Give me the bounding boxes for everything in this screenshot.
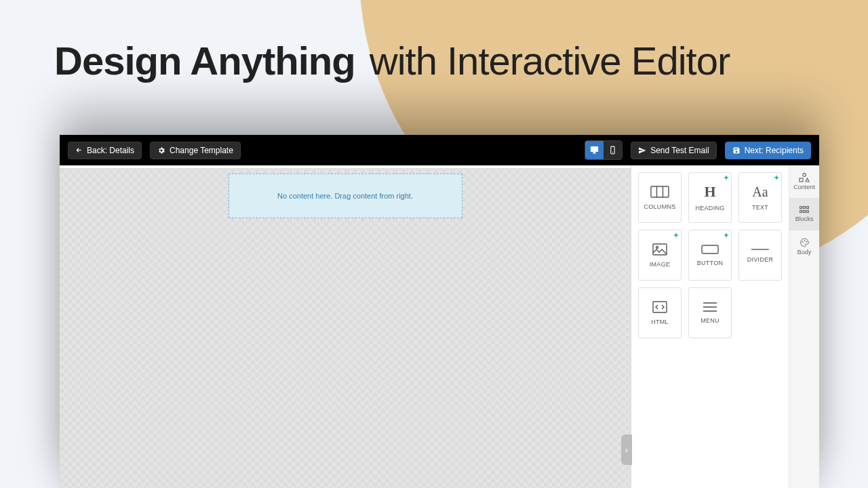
block-html[interactable]: HTML	[638, 287, 682, 338]
svg-rect-19	[804, 211, 806, 213]
html-icon	[652, 301, 667, 313]
change-template-button[interactable]: Change Template	[150, 142, 241, 159]
tab-body-label: Body	[797, 249, 812, 256]
heading-icon: H	[704, 184, 715, 199]
block-button-label: BUTTON	[697, 260, 724, 266]
columns-icon	[650, 186, 669, 198]
svg-rect-18	[800, 211, 802, 213]
block-button[interactable]: BUTTON	[688, 230, 732, 281]
block-menu-label: MENU	[701, 317, 719, 324]
next-button-label: Next: Recipients	[745, 146, 804, 155]
block-divider[interactable]: DIVIDER	[738, 230, 782, 281]
tab-blocks-label: Blocks	[795, 216, 814, 222]
tab-blocks[interactable]: Blocks	[789, 198, 819, 230]
panel-expand-handle[interactable]: ›	[621, 434, 632, 465]
page-headline: Design Anything with Interactive Editor	[54, 38, 730, 83]
text-icon: Aa	[752, 185, 768, 199]
device-toggle	[585, 140, 623, 160]
block-text-label: TEXT	[752, 204, 768, 211]
side-tabs: Content Blocks Body	[789, 165, 819, 488]
palette-icon	[800, 238, 810, 247]
headline-bold: Design Anything	[54, 39, 355, 83]
svg-rect-16	[804, 207, 806, 209]
block-image[interactable]: IMAGE	[638, 230, 682, 281]
mobile-icon	[608, 146, 617, 155]
shapes-icon	[799, 173, 810, 182]
back-button[interactable]: Back: Details	[68, 142, 142, 159]
gear-icon	[157, 146, 165, 155]
empty-drop-zone[interactable]: No content here. Drag content from right…	[229, 174, 462, 218]
block-html-label: HTML	[651, 319, 669, 325]
toolbar: Back: Details Change Template	[60, 135, 819, 165]
change-template-label: Change Template	[170, 146, 233, 155]
send-icon	[638, 146, 646, 155]
desktop-view-button[interactable]	[585, 141, 604, 159]
grid-icon	[800, 206, 809, 214]
tab-content[interactable]: Content	[789, 165, 819, 198]
empty-hint-text: No content here. Drag content from right…	[277, 192, 413, 200]
svg-rect-17	[807, 207, 809, 209]
block-columns-label: COLUMNS	[644, 203, 675, 210]
mobile-view-button[interactable]	[604, 141, 622, 159]
blocks-grid: COLUMNS H HEADING Aa TEXT	[631, 165, 789, 488]
svg-point-13	[803, 174, 806, 177]
chevron-right-icon: ›	[625, 445, 628, 455]
right-panel: COLUMNS H HEADING Aa TEXT	[631, 165, 819, 488]
block-text[interactable]: Aa TEXT	[738, 172, 782, 223]
workspace: No content here. Drag content from right…	[60, 165, 819, 488]
svg-rect-15	[800, 207, 802, 209]
sparkle-icon	[673, 232, 679, 238]
block-columns[interactable]: COLUMNS	[638, 172, 682, 223]
canvas-inner: No content here. Drag content from right…	[81, 174, 610, 488]
desktop-icon	[589, 145, 599, 155]
back-button-label: Back: Details	[87, 146, 134, 155]
sparkle-icon	[774, 175, 779, 180]
image-icon	[652, 243, 667, 256]
save-icon	[732, 146, 741, 155]
svg-rect-14	[800, 178, 803, 182]
svg-rect-2	[651, 186, 669, 197]
canvas-area[interactable]: No content here. Drag content from right…	[60, 165, 631, 488]
svg-rect-7	[702, 245, 718, 253]
svg-rect-9	[653, 302, 667, 312]
next-button[interactable]: Next: Recipients	[725, 142, 811, 159]
tab-body[interactable]: Body	[789, 230, 819, 263]
send-test-label: Send Test Email	[650, 146, 709, 155]
send-test-email-button[interactable]: Send Test Email	[631, 142, 717, 159]
menu-icon	[703, 302, 717, 312]
tab-content-label: Content	[793, 184, 815, 190]
block-menu[interactable]: MENU	[688, 287, 732, 338]
arrow-left-icon	[75, 146, 83, 154]
block-image-label: IMAGE	[650, 261, 671, 268]
canvas-ruler	[60, 165, 631, 169]
svg-point-22	[804, 241, 804, 241]
svg-point-6	[656, 246, 658, 248]
svg-rect-0	[611, 146, 614, 154]
headline-light: with Interactive Editor	[370, 39, 730, 83]
sparkle-icon	[724, 175, 729, 180]
sparkle-icon	[724, 232, 729, 238]
svg-point-23	[806, 241, 806, 242]
block-heading-label: HEADING	[695, 205, 724, 211]
divider-icon	[751, 248, 769, 251]
editor-window: Back: Details Change Template	[60, 135, 819, 488]
svg-rect-20	[807, 211, 809, 213]
svg-point-21	[802, 241, 803, 242]
block-heading[interactable]: H HEADING	[688, 172, 732, 223]
button-icon	[701, 245, 719, 254]
svg-rect-5	[653, 244, 667, 255]
block-divider-label: DIVIDER	[747, 256, 774, 263]
